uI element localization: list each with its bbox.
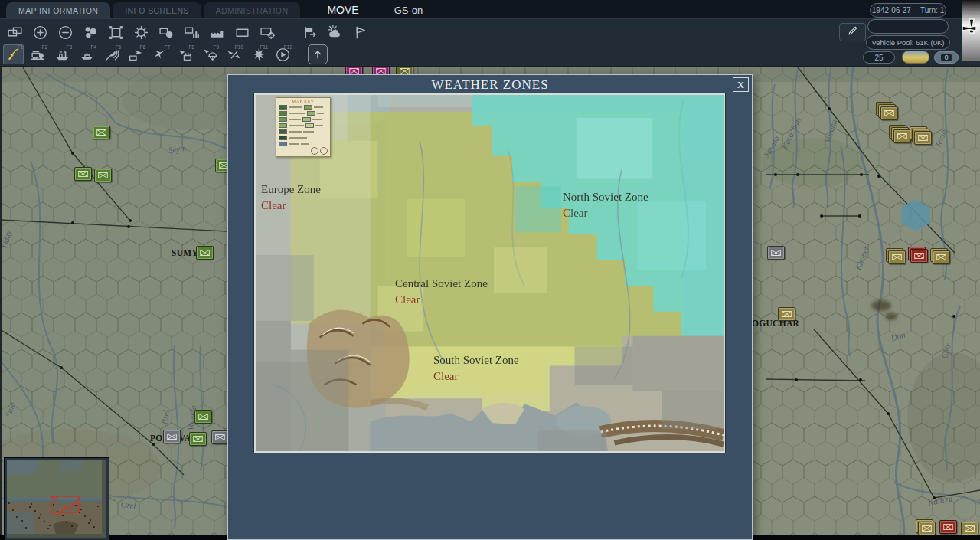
factory-locations-button[interactable] [205,22,228,42]
zone-name: Central Soviet Zone [395,277,488,291]
show-counters-button[interactable] [79,22,102,42]
river-label: Chir [939,342,952,360]
move-mode-label[interactable]: MOVE [327,4,358,16]
toggle-units-button[interactable] [155,22,178,42]
toolbar-row-1 [3,22,371,42]
amphibious-mode-button[interactable]: F4 [77,44,97,64]
unit-counter[interactable] [93,126,110,139]
unit-counter[interactable] [961,522,978,535]
lake-hex [901,199,930,231]
river-label: Karachan [780,116,802,151]
unit-counter[interactable] [933,250,950,264]
zone-name: Europe Zone [261,182,321,197]
fkey-label: F9 [213,44,219,50]
unit-counter[interactable] [918,522,936,535]
toolbar: F1F2F3F4F5F6F7F8F9F10F11F12 [0,18,980,67]
hex-select-button[interactable] [104,22,127,42]
fkey-label: F2 [41,44,47,50]
zoom-out-button[interactable] [54,22,77,42]
zone-name: North Soviet Zone [563,190,648,205]
close-button[interactable]: X [733,77,749,92]
unit-counter[interactable] [767,246,785,260]
move-mode-button[interactable]: F1 [3,44,24,64]
unit-counter[interactable] [939,520,957,534]
unit-counter[interactable] [189,432,207,446]
unit-counter[interactable] [211,430,229,444]
air-recon-mode-button[interactable]: F5 [101,44,122,64]
unit-counter[interactable] [74,167,92,181]
jump-flag-button[interactable] [298,22,321,42]
zero-value: 0 [941,54,952,61]
tab-info-screens[interactable]: INFO SCREENS [113,2,201,18]
toggle-toolbar-button[interactable] [308,44,328,64]
top-menu-bar: MAP INFORMATIONINFO SCREENSADMINISTRATIO… [0,0,980,18]
unit-counter[interactable] [880,106,898,120]
zone-condition: Clear [261,198,321,213]
unit-counter[interactable] [914,131,932,145]
river-label: Sula [3,401,16,418]
legend-stamp-icon [311,147,318,155]
river-label: Vorona [822,118,838,144]
map-frame-button[interactable] [230,22,253,42]
unit-counter[interactable] [196,246,214,260]
unit-counter[interactable] [194,410,212,424]
weather-zone-label: South Soviet ZoneClear [433,353,519,384]
terrain-smudge [885,313,897,320]
preferences-button[interactable] [129,22,152,42]
weather-zones-map: MAP KEY Europe ZoneClearNorth Soviet Zon… [254,93,725,453]
turn-value: Turn: 1 [920,6,944,15]
unit-counter[interactable] [778,307,795,321]
unit-counter[interactable] [888,250,906,264]
zero-indicator-button[interactable]: 0 [934,51,959,64]
weather-zone-label: North Soviet ZoneClear [563,190,648,221]
yellow-indicator-button[interactable] [902,51,929,64]
grand-strategy-toggle[interactable]: GS-on [394,5,423,16]
zone-condition: Clear [433,369,519,384]
dialog-title: WEATHER ZONES [228,75,752,93]
river-label: Uday [0,229,13,249]
minimap[interactable] [5,458,109,540]
zone-name: South Soviet Zone [433,353,519,368]
river-label: Psel [159,409,171,425]
zoom-in-button[interactable] [28,22,51,42]
bomb-unit-mode-button[interactable]: F11 [248,44,269,64]
river-label: Kalitva [927,493,953,506]
fkey-label: F3 [66,44,72,50]
victory-locations-button[interactable] [348,22,371,42]
toolbar-row-2: F1F2F3F4F5F6F7F8F9F10F11F12 [3,44,328,64]
weather-zone-label: Europe ZoneClear [261,182,321,213]
fkey-label: F6 [139,44,145,50]
edit-button[interactable] [839,23,866,41]
fkey-label: F11 [260,44,268,50]
fkey-label: F8 [188,44,194,50]
vehicle-pool-display: Vehicle Pool: 61K (0K) [866,35,950,50]
map-key-title: MAP KEY [279,100,328,103]
fkey-label: F7 [164,44,170,50]
river-label: Orel [120,499,136,510]
next-mode-button[interactable]: F12 [273,44,293,64]
unit-counter[interactable] [910,249,928,263]
unit-counter[interactable] [94,169,112,182]
air-superiority-mode-button[interactable]: F7 [150,44,171,64]
bomb-city-mode-button[interactable]: F8 [175,44,195,64]
axis-flag-marker [962,0,980,61]
date-turn-display: 1942-06-27 Turn: 1 [870,3,946,18]
naval-transport-mode-button[interactable]: F3 [52,44,73,64]
city-label: SUMY [172,248,198,257]
tab-administration[interactable]: ADMINISTRATION [204,2,301,18]
air-base-mode-button[interactable]: F6 [126,44,146,64]
zone-condition: Clear [563,206,648,221]
weather-button[interactable] [323,22,346,42]
map-key-legend: MAP KEY [276,97,331,157]
jump-map-button[interactable] [3,22,26,42]
fkey-label: F4 [90,44,96,50]
air-transfer-mode-button[interactable]: F10 [224,44,244,64]
map-settings-button[interactable] [256,22,279,42]
weather-zones-dialog: WEATHER ZONES X [227,74,753,540]
air-drop-mode-button[interactable]: F9 [199,44,220,64]
rail-mode-button[interactable]: F2 [28,44,48,64]
unit-info-button[interactable] [180,22,203,42]
tab-map-information[interactable]: MAP INFORMATION [6,2,110,18]
unit-counter[interactable] [893,129,911,143]
unit-counter[interactable] [163,430,181,443]
